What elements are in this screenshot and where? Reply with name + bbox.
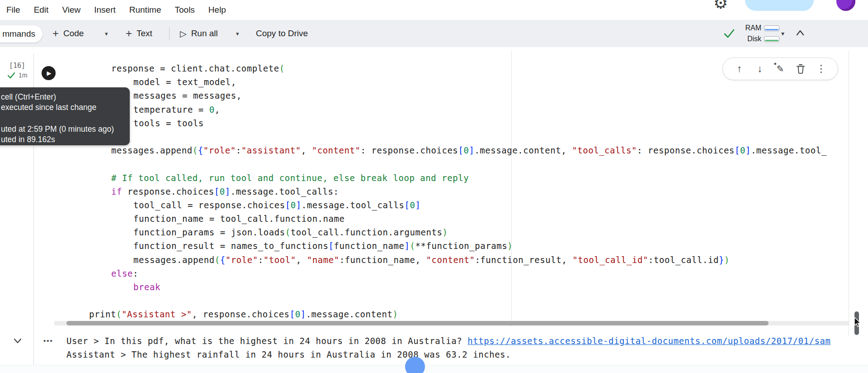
resources-indicator[interactable]: RAM Disk xyxy=(741,23,779,44)
tooltip-gap xyxy=(1,113,123,124)
commands-button[interactable]: mmands xyxy=(0,25,42,43)
resources-dropdown-icon[interactable]: ▾ xyxy=(781,30,784,37)
menu-file[interactable]: File xyxy=(6,5,20,15)
tooltip-line: cell (Ctrl+Enter) xyxy=(1,92,123,102)
menu-help[interactable]: Help xyxy=(208,5,226,15)
add-code-label: Code xyxy=(63,29,84,38)
code-line: messages = messages, xyxy=(133,89,868,102)
code-line: temperature = 0, xyxy=(133,103,868,116)
menu-edit[interactable]: Edit xyxy=(34,5,49,15)
tooltip-line: uted in 89.162s xyxy=(1,134,123,145)
add-code-dropdown[interactable]: ▾ xyxy=(105,20,108,47)
scroll-fab-button[interactable] xyxy=(405,357,425,373)
move-cell-up-icon[interactable]: ↑ xyxy=(733,62,746,76)
user-avatar[interactable] xyxy=(836,0,855,11)
code-line: messages.append({"role":"tool", "name":f… xyxy=(133,253,868,267)
code-line: # If tool called, run tool and continue,… xyxy=(111,171,868,185)
code-line: function_name = tool_call.function.name xyxy=(133,212,868,225)
run-all-icon: ▷ xyxy=(180,29,187,39)
settings-gear-icon[interactable]: ⚙ xyxy=(713,0,728,13)
delete-cell-icon[interactable] xyxy=(794,62,807,76)
cell-output: User > In this pdf, what is the highest … xyxy=(66,334,862,365)
run-cell-tooltip: cell (Ctrl+Enter) executed since last ch… xyxy=(0,87,130,145)
code-line: messages.append({"role":"assistant", "co… xyxy=(111,143,868,157)
menu-insert[interactable]: Insert xyxy=(94,5,116,15)
menu-runtime[interactable]: Runtime xyxy=(129,5,161,15)
copy-to-drive-label: Copy to Drive xyxy=(256,29,308,38)
cell-toolbar: ↑ ↓ ✦ ✎ ⋮ xyxy=(722,57,838,80)
code-line: function_params = json.loads(tool_call.f… xyxy=(133,225,868,239)
cell-execution-count: [16] xyxy=(9,62,25,70)
menu-items: File Edit View Insert Runtime Tools Help xyxy=(6,0,226,20)
commands-label: mmands xyxy=(2,29,35,39)
run-all-label: Run all xyxy=(191,29,218,38)
collapse-output-chevron-icon[interactable] xyxy=(13,338,23,347)
bottom-band xyxy=(0,365,868,373)
toolbar-divider xyxy=(169,27,170,40)
collapse-toolbar-chevron-icon[interactable] xyxy=(795,28,806,40)
code-line: if response.choices[0].message.tool_call… xyxy=(111,185,868,198)
code-line: function_result = names_to_functions[fun… xyxy=(133,239,868,253)
output-link[interactable]: https://assets.accessible-digital-docume… xyxy=(467,336,830,346)
menu-bar: File Edit View Insert Runtime Tools Help… xyxy=(0,0,868,20)
code-editor[interactable]: response = client.chat.complete(model = … xyxy=(34,62,868,320)
check-icon xyxy=(7,72,15,79)
disk-label: Disk xyxy=(747,35,761,43)
code-line xyxy=(111,157,868,171)
notebook-toolbar: mmands + Code ▾ + Text ▷ Run all ▾ Copy … xyxy=(0,20,868,47)
disk-usage-bar xyxy=(764,36,779,42)
tooltip-line: uted at 2:59 PM (0 minutes ago) xyxy=(1,124,123,134)
menu-view[interactable]: View xyxy=(62,5,80,15)
more-cell-actions-icon[interactable]: ⋮ xyxy=(814,62,828,76)
plus-icon: + xyxy=(52,28,59,39)
ram-usage-bar xyxy=(764,25,779,31)
output-more-actions-icon[interactable]: ••• xyxy=(43,337,53,344)
menu-tools[interactable]: Tools xyxy=(175,5,195,15)
cell-execution-status: 1m xyxy=(7,72,27,79)
run-all-button[interactable]: ▷ Run all xyxy=(180,20,218,47)
run-all-dropdown[interactable]: ▾ xyxy=(236,20,239,47)
code-line: tools = tools xyxy=(133,116,868,130)
add-text-button[interactable]: + Text xyxy=(126,20,152,47)
move-cell-down-icon[interactable]: ↓ xyxy=(753,62,767,76)
tooltip-line: executed since last change xyxy=(1,102,123,113)
code-line xyxy=(111,294,868,307)
code-line: break xyxy=(133,280,868,294)
output-line-user: User > In this pdf, what is the highest … xyxy=(66,334,862,348)
add-text-label: Text xyxy=(137,29,152,38)
code-line: else: xyxy=(111,267,868,280)
code-line: tool_call = response.choices[0].message.… xyxy=(133,198,868,212)
chevron-down-icon: ▾ xyxy=(105,30,108,37)
connect-button[interactable] xyxy=(745,0,814,11)
output-line-partial: User > xyxy=(66,361,862,365)
output-line-assistant: Assistant > The highest rainfall in 24 h… xyxy=(66,348,862,361)
copy-to-drive-button[interactable]: Copy to Drive xyxy=(256,20,308,47)
mouse-cursor xyxy=(854,317,863,330)
code-line: ) xyxy=(111,130,868,143)
cell-execution-time: 1m xyxy=(19,72,27,79)
add-code-button[interactable]: + Code xyxy=(52,20,84,47)
chevron-down-icon: ▾ xyxy=(236,30,239,37)
colab-notebook-window: File Edit View Insert Runtime Tools Help… xyxy=(0,0,868,373)
ai-edit-pencil-icon[interactable]: ✦ ✎ xyxy=(774,62,787,76)
horizontal-scrollbar-thumb[interactable] xyxy=(66,321,769,325)
runtime-connected-check-icon xyxy=(723,28,735,41)
code-line: print("Assistant >", response.choices[0]… xyxy=(89,307,868,320)
ram-label: RAM xyxy=(745,24,761,32)
plus-icon: + xyxy=(126,28,132,39)
